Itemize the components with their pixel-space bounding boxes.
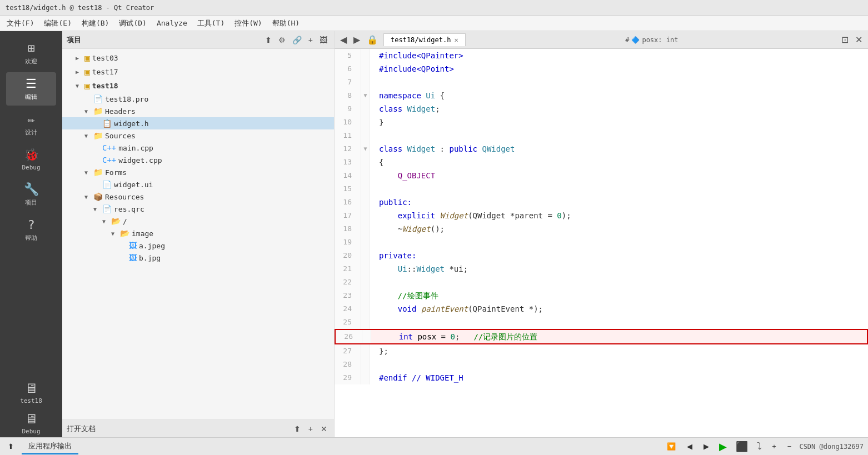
tree-item-image[interactable]: ▼ 📂 image (62, 227, 334, 239)
tree-item-test18[interactable]: ▼ ▣ test18 (62, 79, 334, 93)
code-line-16: 16public: (335, 196, 868, 209)
sidebar-sort-btn[interactable]: ⬆ (263, 34, 274, 46)
line-collapse-10 (361, 116, 370, 129)
line-content-29: #endif // WIDGET_H (370, 371, 868, 384)
debug-icon: 🐞 (24, 148, 39, 162)
arrow-resqrc: ▼ (93, 206, 100, 212)
line-content-19 (370, 236, 868, 249)
bottom-prev-btn[interactable]: ◀ (684, 441, 696, 452)
tree-item-maincpp[interactable]: C++ main.cpp (62, 142, 334, 154)
tree-item-ajpeg[interactable]: 🖼 a.jpeg (62, 239, 334, 252)
tree-item-resqrc[interactable]: ▼ 📄 res.qrc (62, 203, 334, 215)
menu-analyze[interactable]: Analyze (152, 17, 192, 29)
activity-help[interactable]: ? 帮助 (6, 213, 56, 247)
sidebar-bottom-up[interactable]: ⬆ (292, 423, 303, 434)
tree-item-sources[interactable]: ▼ 📁 Sources (62, 129, 334, 142)
activity-debug-bottom[interactable]: 🖥 Debug (17, 409, 44, 437)
menu-help[interactable]: 帮助(H) (268, 17, 304, 30)
tree-item-test03[interactable]: ▶ ▣ test03 (62, 51, 334, 65)
sidebar-link-btn[interactable]: 🔗 (290, 34, 304, 46)
icon-test17: ▣ (84, 67, 90, 77)
icon-test18pro: 📄 (93, 94, 103, 103)
code-line-12: 12▼class Widget : public QWidget (335, 142, 868, 156)
bottom-minus-btn[interactable]: − (784, 441, 795, 452)
menu-widget[interactable]: 控件(W) (230, 17, 266, 30)
tab-close-btn[interactable]: ✕ (454, 36, 458, 44)
tree-item-forms[interactable]: ▼ 📁 Forms (62, 166, 334, 178)
sidebar-title: 项目 (67, 35, 81, 45)
line-number-12: 12 (335, 142, 361, 156)
sidebar-bottom-add[interactable]: + (306, 423, 315, 434)
bottom-filter-btn[interactable]: 🔽 (664, 441, 679, 452)
activity-edit[interactable]: ☰ 编辑 (6, 72, 56, 106)
sidebar-header: 项目 ⬆ ⚙ 🔗 + 🖼 (62, 31, 334, 49)
line-collapse-19 (361, 236, 370, 249)
tree-item-resources[interactable]: ▼ 📦 Resources (62, 191, 334, 203)
line-content-26: int posx = 0; //记录图片的位置 (371, 330, 867, 343)
tree-item-widgetui[interactable]: 📄 widget.ui (62, 178, 334, 191)
sidebar-bottom-close[interactable]: ✕ (318, 423, 330, 434)
activity-welcome-label: 欢迎 (25, 57, 37, 66)
arrow-test03: ▶ (76, 55, 82, 61)
sidebar-add-btn[interactable]: + (306, 34, 315, 46)
help-icon: ? (27, 218, 34, 232)
line-content-16: public: (370, 196, 868, 209)
bottom-next-btn[interactable]: ▶ (700, 441, 712, 452)
file-tree: ▶ ▣ test03 ▶ ▣ test17 ▼ ▣ test18 (62, 49, 334, 419)
line-content-23: //绘图事件 (370, 289, 868, 302)
sidebar-image-btn[interactable]: 🖼 (317, 34, 330, 46)
activity-test18[interactable]: 🖥 test18 (16, 378, 47, 407)
menu-debug[interactable]: 调试(D) (114, 17, 151, 30)
close-editor-btn[interactable]: ✕ (852, 34, 866, 45)
tab-lock-btn[interactable]: 🔒 (363, 34, 381, 45)
activity-project[interactable]: 🔧 项目 (6, 178, 56, 211)
tab-back-btn[interactable]: ◀ (337, 34, 350, 45)
activity-debug[interactable]: 🐞 Debug (6, 143, 56, 176)
tree-item-headers[interactable]: ▼ 📁 Headers (62, 105, 334, 117)
menu-file[interactable]: 文件(F) (2, 17, 38, 30)
line-collapse-7 (361, 76, 370, 89)
split-view-btn[interactable]: ⊡ (838, 34, 852, 45)
line-number-20: 20 (335, 249, 361, 262)
line-number-17: 17 (335, 209, 361, 222)
arrow-headers: ▼ (84, 108, 91, 114)
bottom-add-btn[interactable]: + (769, 441, 780, 452)
activity-welcome[interactable]: ⊞ 欢迎 (6, 37, 56, 70)
step-over-btn[interactable]: ⤵ (755, 441, 764, 452)
line-collapse-12[interactable]: ▼ (361, 142, 370, 156)
tab-forward-btn[interactable]: ▶ (350, 34, 363, 45)
menubar: 文件(F) 编辑(E) 构建(B) 调试(D) Analyze 工具(T) 控件… (0, 16, 868, 31)
tree-item-bjpg[interactable]: 🖼 b.jpg (62, 252, 334, 264)
bottom-tab-output[interactable]: 应用程序输出 (22, 439, 78, 454)
menu-tools[interactable]: 工具(T) (193, 17, 229, 30)
tree-item-slash[interactable]: ▼ 📂 / (62, 215, 334, 227)
code-editor[interactable]: 5#include<QPainter>6#include<QPoint>78▼n… (335, 49, 868, 437)
code-line-13: 13{ (335, 156, 868, 169)
code-line-26: 26 int posx = 0; //记录图片的位置 (335, 329, 868, 344)
line-collapse-8[interactable]: ▼ (361, 89, 370, 102)
sidebar: 项目 ⬆ ⚙ 🔗 + 🖼 ▶ ▣ test03 ▶ (62, 31, 335, 437)
test18-label: test18 (20, 397, 42, 404)
line-number-23: 23 (335, 289, 361, 302)
tree-item-test18pro[interactable]: 📄 test18.pro (62, 93, 334, 105)
tree-item-widgetcpp[interactable]: C++ widget.cpp (62, 154, 334, 166)
project-icon: 🔧 (24, 182, 39, 196)
output-sort-btn[interactable]: ⬆ (4, 441, 17, 452)
run-btn[interactable]: ▶ (717, 441, 729, 453)
label-test18: test18 (92, 82, 118, 90)
line-number-28: 28 (335, 358, 361, 371)
menu-edit[interactable]: 编辑(E) (39, 17, 76, 30)
stop-btn[interactable]: ⬛ (734, 441, 750, 453)
menu-build[interactable]: 构建(B) (77, 17, 113, 30)
line-number-7: 7 (335, 76, 361, 89)
icon-sources: 📁 (93, 131, 103, 140)
activity-design[interactable]: ✏ 设计 (6, 108, 56, 141)
icon-widgeth: 📋 (102, 119, 112, 128)
sidebar-filter-btn[interactable]: ⚙ (276, 34, 288, 46)
tree-item-widgeth[interactable]: 📋 widget.h (62, 117, 334, 129)
tree-item-test17[interactable]: ▶ ▣ test17 (62, 65, 334, 79)
line-collapse-21 (361, 262, 370, 276)
bottom-panel: ⬆ 应用程序输出 🔽 ◀ ▶ ▶ ⬛ ⤵ + − CSDN @dong13269… (0, 437, 868, 455)
tab-widgeth[interactable]: test18/widget.h ✕ (383, 33, 466, 46)
icon-maincpp: C++ (102, 143, 116, 152)
